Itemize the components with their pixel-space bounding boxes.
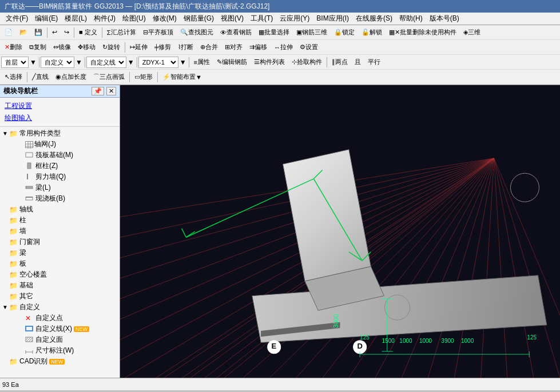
open-icon: 📂	[19, 29, 27, 36]
tree-item[interactable]: 自定义面	[8, 334, 120, 345]
tree-item[interactable]: 梁(L)	[8, 182, 120, 193]
tb-delete[interactable]: ✕ 删除	[2, 42, 25, 53]
tb-undo[interactable]: ↩	[49, 27, 60, 37]
tree-label: 常用构件类型	[19, 129, 61, 138]
tb-select-tool[interactable]: ↖ 选择	[2, 71, 25, 82]
tb-levelboard[interactable]: ⊟ 平齐板顶	[140, 27, 176, 38]
line-select[interactable]: 自定义线	[86, 57, 126, 68]
tb-stretch[interactable]: ↔ 拉伸	[271, 42, 296, 53]
tree-item[interactable]: 📁其它	[0, 291, 120, 302]
menu-item-12[interactable]: 帮助(H)	[396, 13, 426, 25]
project-settings-link[interactable]: 工程设置	[2, 100, 117, 112]
tree-item[interactable]: 📁空心楼盖	[0, 269, 120, 280]
merge-icon: ⊕	[200, 43, 205, 51]
tb-component-list[interactable]: ☰ 构件列表	[251, 57, 288, 67]
tree-expand-icon[interactable]: ▼	[1, 304, 9, 310]
sep6	[85, 57, 85, 67]
tree-expand-icon[interactable]: ▼	[1, 130, 9, 137]
save-icon: 💾	[34, 29, 42, 36]
tb-settings[interactable]: ⚙ 设置	[297, 42, 321, 53]
tb-viewrebar[interactable]: 👁 查看钢筋	[217, 27, 255, 38]
draw-input-link[interactable]: 绘图输入	[2, 112, 117, 124]
menu-item-8[interactable]: 工具(T)	[247, 13, 276, 25]
tb-copy[interactable]: ⧉ 复制	[26, 42, 49, 53]
tree-item[interactable]: 📁轴线	[0, 204, 120, 215]
menu-item-2[interactable]: 楼层(L)	[61, 13, 90, 25]
tree-item[interactable]: 自定义线(X)NEW	[8, 323, 120, 334]
tb-redo[interactable]: ↪	[61, 27, 72, 37]
tb-rotate[interactable]: ↻ 旋转	[100, 42, 123, 53]
tb-lock[interactable]: 🔒 锁定	[331, 27, 358, 38]
tree-item[interactable]: 尺寸标注(W)	[8, 345, 120, 356]
tb-property[interactable]: ≡ 属性	[191, 57, 213, 67]
tb-trim[interactable]: ╪ 修剪	[152, 42, 174, 53]
menu-item-11[interactable]: 在线服务(S)	[352, 13, 396, 25]
zone-select[interactable]: 自定义	[41, 57, 74, 68]
tree-item[interactable]: 框柱(Z)	[8, 161, 120, 171]
menu-item-5[interactable]: 修改(M)	[149, 13, 180, 25]
tb-arc-tool[interactable]: ⌒ 三点画弧	[90, 71, 128, 82]
tb-offset[interactable]: ⇉ 偏移	[247, 42, 270, 53]
tree-item[interactable]: 现浇板(B)	[8, 193, 120, 204]
tb-save[interactable]: 💾	[31, 27, 45, 37]
tb-mirror[interactable]: ⇔ 镜像	[50, 42, 74, 53]
tb-pick-component[interactable]: ⊹ 拾取构件	[289, 57, 325, 67]
sep12	[157, 72, 158, 82]
menu-item-1[interactable]: 编辑(E)	[31, 13, 61, 25]
tb-open[interactable]: 📂	[17, 27, 30, 37]
floor-label: ▼	[29, 58, 38, 66]
menu-item-7[interactable]: 视图(V)	[217, 13, 247, 25]
tb-3d[interactable]: ▣ 钢筋三维	[293, 27, 330, 38]
tree-item[interactable]: 📁墙	[0, 226, 120, 237]
tree-item[interactable]: 📁板	[0, 258, 120, 269]
tree-item[interactable]: ▼📁常用构件类型	[0, 128, 120, 139]
tree-item[interactable]: ✕自定义点	[8, 313, 120, 323]
tb-align[interactable]: ⊞ 对齐	[222, 42, 245, 53]
menu-item-4[interactable]: 绘图(U)	[119, 13, 149, 25]
tree-node-icon	[25, 347, 34, 355]
tb-and[interactable]: 且	[352, 57, 364, 67]
tb-parallel[interactable]: 平行	[365, 57, 383, 67]
tree-item[interactable]: 📁柱	[0, 215, 120, 226]
menu-item-3[interactable]: 构件(J)	[90, 13, 119, 25]
tb-calc[interactable]: Σ 汇总计算	[104, 27, 139, 38]
tree-node-icon	[25, 162, 34, 170]
tb-move[interactable]: ✥ 移动	[75, 42, 98, 53]
menu-item-6[interactable]: 钢筋量(G)	[180, 13, 217, 25]
tb-unlock[interactable]: 🔓 解锁	[359, 27, 385, 38]
tree-item[interactable]: 轴网(J)	[8, 139, 120, 150]
tb-line-tool[interactable]: ╱ 直线	[29, 71, 51, 82]
panel-title: 模块导航栏	[3, 86, 38, 96]
tree-item[interactable]: 筏板基础(M)	[8, 150, 120, 161]
tb-define-btn[interactable]: ■ 定义	[76, 27, 100, 38]
canvas-area[interactable]	[120, 85, 560, 378]
tree-item[interactable]: 📁梁	[0, 247, 120, 258]
tree-item[interactable]: 剪力墙(Q)	[8, 171, 120, 182]
complist-icon: ☰	[254, 58, 260, 66]
tb-findelement[interactable]: 🔍 查找图元	[177, 27, 216, 38]
floor-select[interactable]: 首层	[1, 57, 29, 68]
tb-new[interactable]: 📄	[2, 27, 15, 37]
name-select[interactable]: ZDYX-1	[138, 57, 178, 68]
tb-3dview[interactable]: ◈ 三维	[460, 27, 483, 38]
panel-pin-btn[interactable]: 📌	[92, 87, 104, 95]
tree-item[interactable]: 📁CAD识别NEW	[0, 356, 120, 367]
tree-item[interactable]: 📁基础	[0, 280, 120, 291]
panel-close-btn[interactable]: ✕	[106, 87, 116, 95]
tb-twopoint[interactable]: ∥ 两点	[329, 57, 351, 67]
tb-extend[interactable]: ↦ 延伸	[127, 42, 150, 53]
menu-item-0[interactable]: 文件(F)	[2, 13, 31, 25]
tree-item[interactable]: ▼📁自定义	[0, 302, 120, 313]
menu-item-10[interactable]: BIM应用(I)	[313, 13, 352, 25]
tb-batchselect[interactable]: ▦ 批量选择	[256, 27, 292, 38]
tb-edit-rebar[interactable]: ✎ 编辑钢筋	[214, 57, 250, 67]
tb-point-length[interactable]: ◉ 点加长度	[53, 71, 89, 82]
tree-item[interactable]: 📁门窗洞	[0, 237, 120, 247]
tb-batch-delete[interactable]: ▦✕ 批量删除未使用构件	[386, 27, 459, 38]
tb-break[interactable]: ⌇ 打断	[175, 42, 196, 53]
tb-rect-tool[interactable]: ▭ 矩形	[132, 71, 156, 82]
menu-item-9[interactable]: 云应用(Y)	[276, 13, 313, 25]
tb-merge[interactable]: ⊕ 合并	[197, 42, 221, 53]
menu-item-13[interactable]: 版本号(B)	[426, 13, 463, 25]
tb-smart-place[interactable]: ⚡ 智能布置 ▼	[160, 71, 205, 82]
